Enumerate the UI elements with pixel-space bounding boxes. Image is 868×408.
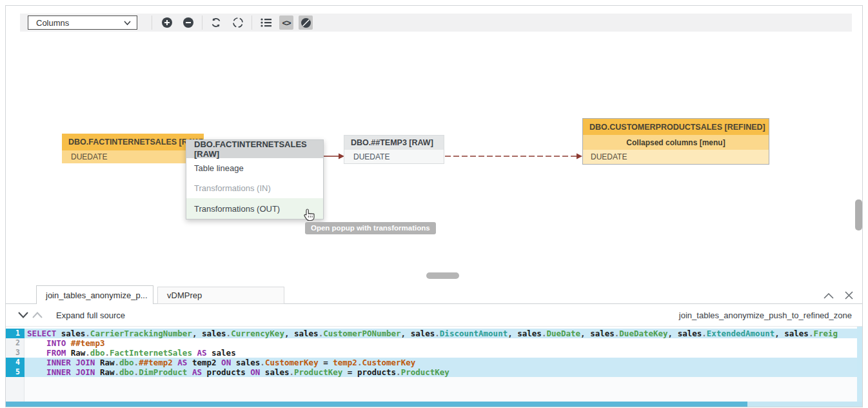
code-horizontal-scrollbar-thumb[interactable]	[6, 402, 747, 407]
scroll-up-statement-button[interactable]	[30, 309, 44, 321]
lineage-arrow	[445, 152, 583, 160]
code-line-text: INNER JOIN Raw.dbo.DimProduct AS product…	[25, 367, 857, 377]
refresh-button[interactable]	[209, 15, 223, 30]
lineage-app-frame: Columns	[5, 5, 863, 407]
code-vertical-scrollbar[interactable]	[857, 327, 862, 402]
code-view-button[interactable]: <>	[279, 15, 293, 30]
zoom-in-icon	[161, 17, 173, 28]
code-view-icon: <>	[282, 18, 290, 28]
code-gutter-filler	[6, 377, 25, 402]
close-icon	[845, 291, 853, 300]
table-node-temp3[interactable]: DBO.##TEMP3 [RAW] DUEDATE	[344, 135, 444, 164]
context-menu-title: DBO.FACTINTERNETSALES [RAW]	[186, 140, 323, 158]
chevron-up-icon	[32, 312, 43, 318]
table-node-title[interactable]: DBO.FACTINTERNETSALES [RAW]	[62, 134, 204, 150]
code-line[interactable]: 4 INNER JOIN Raw.dbo.##temp2 AS temp2 ON…	[6, 358, 857, 367]
table-node-title[interactable]: DBO.##TEMP3 [RAW]	[344, 136, 444, 150]
table-column-duedate[interactable]: DUEDATE	[344, 150, 444, 163]
diagram-horizontal-scrollbar[interactable]	[426, 272, 459, 279]
code-line-text: INNER JOIN Raw.dbo.##temp2 AS temp2 ON s…	[25, 358, 857, 367]
table-column-duedate[interactable]: DUEDATE	[583, 150, 769, 164]
code-line-text: FROM Raw.dbo.FactInternetSales AS sales	[25, 348, 857, 358]
menu-item-transformations-in: Transformations (IN)	[186, 178, 323, 198]
refresh-icon	[210, 17, 222, 28]
tab-join-tables-anonymize[interactable]: join_tables_anonymize_p...	[36, 285, 153, 304]
hand-cursor-icon	[302, 208, 317, 223]
columns-dropdown[interactable]: Columns	[28, 15, 137, 30]
scroll-down-statement-button[interactable]	[16, 309, 30, 321]
code-line[interactable]: 5 INNER JOIN Raw.dbo.DimProduct AS produ…	[6, 367, 857, 377]
panel-collapse-button[interactable]	[822, 290, 836, 301]
code-background	[25, 377, 857, 402]
tooltip: Open popup with transformations	[305, 222, 436, 234]
collapsed-columns-menu[interactable]: Collapsed columns [menu]	[583, 135, 769, 150]
table-node-title[interactable]: DBO.CUSTOMERPRODUCTSALES [REFINED]	[583, 119, 769, 135]
menu-item-table-lineage[interactable]: Table lineage	[186, 158, 323, 178]
table-column-duedate[interactable]: DUEDATE	[62, 150, 204, 163]
list-view-icon	[261, 17, 272, 28]
chevron-down-icon	[18, 312, 28, 318]
center-view-icon	[232, 17, 244, 28]
line-number: 2	[6, 338, 25, 348]
line-number: 3	[6, 348, 25, 358]
source-file-name: join_tables_anonymize_push_to_refined_zo…	[679, 311, 852, 320]
source-header-row: Expand full source join_tables_anonymize…	[6, 304, 862, 327]
zoom-in-button[interactable]	[160, 15, 174, 30]
line-number: 1	[6, 329, 25, 338]
contrast-icon	[301, 17, 311, 28]
code-line[interactable]: 2 INTO ##temp3	[6, 338, 857, 348]
center-view-button[interactable]	[231, 15, 245, 30]
table-node-factinternetsales[interactable]: DBO.FACTINTERNETSALES [RAW] DUEDATE	[62, 134, 204, 163]
diagram-vertical-scrollbar[interactable]	[855, 199, 862, 230]
contrast-toggle-button[interactable]	[299, 15, 313, 30]
zoom-out-button[interactable]	[181, 15, 195, 30]
chevron-down-icon	[124, 21, 131, 25]
code-horizontal-scrollbar[interactable]	[6, 402, 862, 407]
table-node-customerproductsales[interactable]: DBO.CUSTOMERPRODUCTSALES [REFINED] Colla…	[582, 118, 769, 165]
expand-full-source-link[interactable]: Expand full source	[56, 311, 125, 320]
columns-dropdown-value: Columns	[36, 18, 69, 28]
line-number: 4	[6, 358, 25, 367]
panel-close-button[interactable]	[842, 289, 856, 301]
code-line-text: SELECT sales.CarrierTrackingNumber, sale…	[25, 329, 857, 338]
tab-vdmprep[interactable]: vDMPrep	[157, 287, 284, 304]
chevron-up-icon	[824, 293, 834, 299]
list-view-button[interactable]	[259, 15, 273, 30]
code-line[interactable]: 3 FROM Raw.dbo.FactInternetSales AS sale…	[6, 348, 857, 358]
toolbar-divider	[152, 15, 152, 30]
zoom-out-icon	[182, 17, 194, 28]
code-line[interactable]: 1SELECT sales.CarrierTrackingNumber, sal…	[6, 329, 857, 338]
code-line-text: INTO ##temp3	[25, 338, 857, 348]
line-number: 5	[6, 367, 25, 377]
toolbar-divider	[252, 15, 252, 30]
toolbar: Columns	[20, 14, 852, 32]
panel-tabbar: join_tables_anonymize_p... vDMPrep	[6, 283, 862, 304]
toolbar-divider	[202, 15, 202, 30]
